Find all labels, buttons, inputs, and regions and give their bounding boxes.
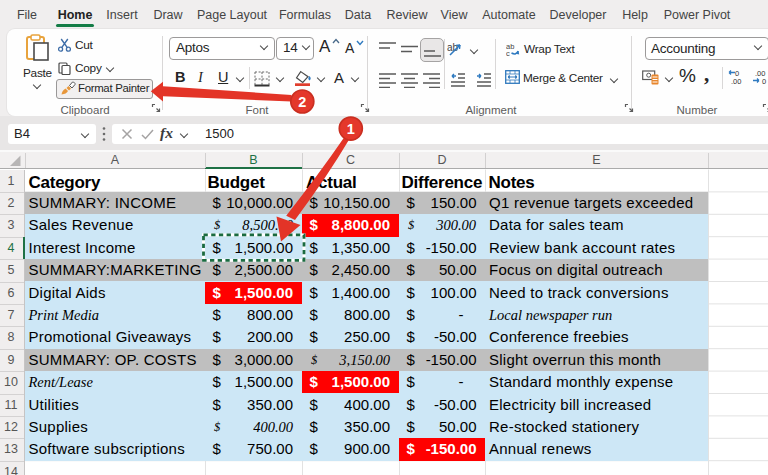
svg-text:2: 2 [298,94,306,110]
svg-text:1: 1 [347,121,355,137]
